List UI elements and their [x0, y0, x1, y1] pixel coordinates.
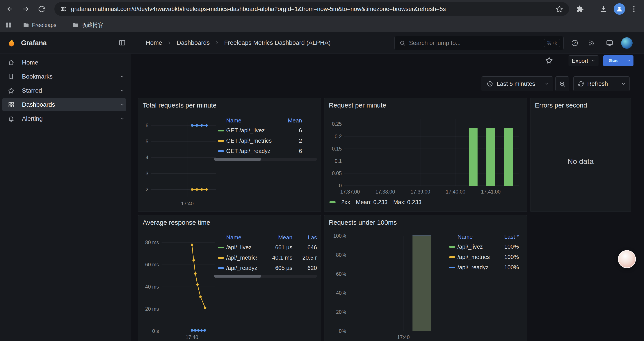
reload-icon[interactable]: [38, 5, 45, 13]
sidebar-toggle-icon[interactable]: [118, 39, 126, 47]
svg-text:17:37:00: 17:37:00: [340, 189, 360, 195]
chevron-down-icon[interactable]: [120, 116, 125, 121]
extensions-icon[interactable]: [576, 5, 584, 13]
legend-row[interactable]: /api/_metrics 100%: [445, 252, 522, 262]
share-menu-button[interactable]: [624, 55, 634, 66]
legend-row[interactable]: /api/_readyz 100%: [445, 262, 522, 272]
share-button-group: Share: [603, 55, 634, 66]
series-name[interactable]: /api/_readyz: [226, 265, 257, 271]
bookmark-star-icon[interactable]: [556, 6, 563, 13]
total-requests-chart[interactable]: 6543217:40: [140, 119, 217, 208]
panel-title[interactable]: Total requests per minute: [143, 102, 216, 109]
back-icon[interactable]: [6, 5, 14, 13]
panel-title[interactable]: Average response time: [143, 219, 210, 226]
svg-text:80%: 80%: [336, 252, 346, 258]
request-per-minute-chart[interactable]: 00.050.10.150.20.2517:37:0017:38:0017:39…: [327, 117, 524, 202]
svg-text:60%: 60%: [336, 271, 346, 277]
legend-header-mean[interactable]: Mean: [257, 234, 292, 241]
breadcrumb-home[interactable]: Home: [146, 39, 162, 46]
legend-header-name[interactable]: Name: [226, 117, 276, 124]
chevron-down-icon: [627, 59, 631, 63]
series-name[interactable]: /api/_livez: [458, 243, 495, 250]
url-text: grafana.mathmast.com/d/deytv4rwavabkb/fr…: [71, 6, 556, 13]
scrollbar-thumb[interactable]: [214, 275, 261, 278]
user-avatar[interactable]: [621, 37, 632, 49]
download-icon[interactable]: [600, 5, 607, 13]
rss-icon[interactable]: [588, 39, 596, 47]
legend-row[interactable]: GET /api/_livez 6: [214, 125, 319, 136]
series-name[interactable]: GET /api/_metrics: [226, 137, 276, 144]
bookmark-folder-freeleaps[interactable]: Freeleaps: [23, 21, 56, 29]
favorite-star-icon[interactable]: [545, 57, 553, 64]
legend-row[interactable]: /api/_readyz 605 µs 620: [214, 263, 319, 273]
sidebar-item-bookmarks[interactable]: Bookmarks: [2, 70, 126, 83]
help-icon[interactable]: ?: [571, 39, 578, 47]
series-name[interactable]: /api/_metrics: [458, 254, 495, 260]
series-name[interactable]: 2xx: [341, 199, 350, 206]
svg-text:17:40: 17:40: [186, 334, 198, 340]
series-name[interactable]: /api/_livez: [226, 244, 257, 251]
series-color-swatch: [218, 247, 224, 248]
legend-row[interactable]: /api/_livez 100%: [445, 242, 522, 252]
breadcrumb-dashboards[interactable]: Dashboards: [177, 39, 210, 46]
export-button[interactable]: Export: [568, 55, 598, 66]
monitor-icon[interactable]: [606, 39, 613, 47]
refresh-button[interactable]: Refresh: [574, 77, 617, 91]
svg-text:0%: 0%: [339, 328, 346, 334]
svg-text:2: 2: [146, 187, 148, 192]
legend-scrollbar[interactable]: [214, 158, 317, 161]
legend-header-name[interactable]: Name: [458, 233, 495, 240]
series-mean: 6: [276, 127, 302, 134]
svg-text:0: 0: [339, 183, 342, 188]
panel-total-requests: Total requests per minute 6543217:40 Nam…: [138, 98, 321, 212]
legend-header-name[interactable]: Name: [226, 234, 257, 241]
legend-scrollbar[interactable]: [214, 275, 317, 278]
browser-menu-icon[interactable]: [630, 5, 638, 13]
series-name[interactable]: /api/_readyz: [458, 264, 495, 271]
chevron-down-icon[interactable]: [120, 74, 125, 79]
share-button[interactable]: Share: [603, 55, 624, 66]
panel-title[interactable]: Errors per second: [535, 102, 587, 109]
time-range-picker[interactable]: Last 5 minutes: [482, 76, 553, 91]
sidebar-item-starred[interactable]: Starred: [2, 84, 126, 97]
refresh-interval-button[interactable]: [617, 77, 629, 91]
forward-icon[interactable]: [22, 5, 29, 13]
chevron-down-icon[interactable]: [120, 102, 125, 107]
apps-grid-icon[interactable]: [5, 22, 12, 28]
series-color-swatch: [218, 257, 224, 259]
under-100ms-chart[interactable]: 100%80%60%40%20%0%17:40: [327, 233, 446, 341]
panel-title[interactable]: Requests under 100ms: [329, 219, 397, 226]
legend-header-last[interactable]: Las: [292, 234, 317, 241]
grafana-logo[interactable]: [6, 37, 17, 48]
avg-response-time-chart[interactable]: 80 ms60 ms40 ms20 ms0 s17:40: [140, 233, 217, 341]
bookmarks-bar: Freeleaps 收藏博客: [0, 18, 644, 32]
panel-title[interactable]: Request per minute: [329, 102, 386, 109]
sidebar-item-dashboards[interactable]: Dashboards: [2, 98, 126, 111]
chevron-down-icon[interactable]: [120, 88, 125, 93]
legend-row[interactable]: /api/_livez 661 µs 646: [214, 242, 319, 253]
legend-inline[interactable]: 2xx Mean: 0.233 Max: 0.233: [330, 198, 422, 206]
legend-header-last[interactable]: Last *: [495, 233, 519, 240]
browser-window: grafana.mathmast.com/d/deytv4rwavabkb/fr…: [0, 0, 644, 341]
site-settings-icon[interactable]: [60, 6, 67, 13]
legend-row[interactable]: /api/_metrics 40.1 ms 20.5 r: [214, 253, 319, 263]
series-color-swatch: [449, 246, 455, 248]
series-name[interactable]: GET /api/_livez: [226, 127, 276, 134]
sidebar-item-alerting[interactable]: Alerting: [2, 112, 126, 125]
svg-text:20%: 20%: [336, 309, 346, 315]
url-bar[interactable]: grafana.mathmast.com/d/deytv4rwavabkb/fr…: [54, 2, 569, 16]
assistant-avatar[interactable]: [618, 250, 636, 268]
star-icon: [8, 87, 14, 94]
legend-row[interactable]: GET /api/_metrics 2: [214, 136, 319, 146]
legend-header-mean[interactable]: Mean: [276, 117, 302, 124]
series-name[interactable]: GET /api/_readyz: [226, 148, 276, 154]
browser-profile-avatar[interactable]: [614, 3, 625, 15]
scrollbar-thumb[interactable]: [214, 158, 261, 161]
search-input[interactable]: Search or jump to... ⌘+k: [394, 36, 564, 50]
zoom-out-button[interactable]: [556, 76, 569, 91]
sidebar-item-home[interactable]: Home: [2, 56, 126, 69]
bookmark-folder-blog[interactable]: 收藏博客: [72, 21, 104, 29]
legend-row[interactable]: GET /api/_readyz 6: [214, 146, 319, 156]
series-name[interactable]: /api/_metrics: [226, 254, 257, 261]
chevron-right-icon: [167, 40, 172, 45]
